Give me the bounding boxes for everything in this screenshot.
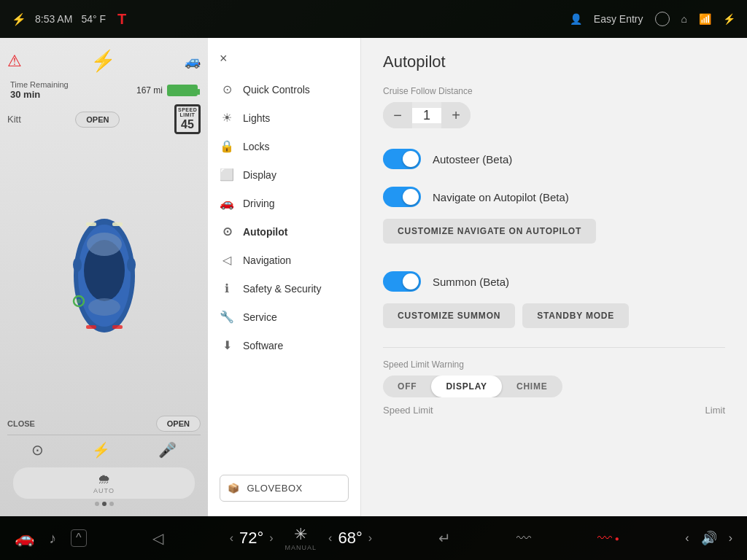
speed-warning-off-button[interactable]: OFF bbox=[383, 376, 431, 397]
temp-right-arrow2[interactable]: ‹ bbox=[328, 532, 332, 545]
battery-display: 167 mi bbox=[136, 85, 198, 96]
sidebar-item-autopilot[interactable]: ⊙ Autopilot bbox=[208, 217, 360, 246]
charge-icon-bottom[interactable]: ⚡ bbox=[92, 441, 110, 459]
sidebar-item-software[interactable]: ⬇ Software bbox=[208, 331, 360, 359]
home-icon[interactable]: ⌂ bbox=[681, 13, 687, 25]
sidebar-item-lights[interactable]: ☀ Lights bbox=[208, 104, 360, 132]
safety-label: Safety & Security bbox=[243, 283, 321, 295]
software-icon: ⬇ bbox=[220, 338, 234, 352]
dot-2 bbox=[102, 502, 107, 506]
wifi-icon: 📶 bbox=[699, 13, 711, 25]
charge-lightning-icon: ⚡ bbox=[90, 49, 116, 73]
driving-label: Driving bbox=[243, 198, 275, 209]
bottom-bar: 🚗 ♪ ^ ◁ ‹ 72° › ✳ MANUAL ‹ 68° › ↵ 〰 〰 ●… bbox=[0, 516, 747, 560]
cruise-distance-control: − 1 + bbox=[383, 102, 725, 128]
glovebox-button[interactable]: 📦 GLOVEBOX bbox=[220, 475, 349, 502]
autosteer-row: Autosteer (Beta) bbox=[383, 140, 725, 178]
customize-summon-button[interactable]: CUSTOMIZE SUMMON bbox=[383, 303, 515, 328]
left-panel: ⚠ ⚡ 🚙 Time Remaining 30 min 167 mi Kitt … bbox=[0, 38, 208, 516]
glovebox-label: GLOVEBOX bbox=[247, 483, 303, 494]
close-door-button[interactable]: CLOSE bbox=[7, 419, 35, 428]
speed-warning-display-button[interactable]: DISPLAY bbox=[431, 376, 502, 397]
navigate-autopilot-toggle[interactable] bbox=[383, 187, 421, 207]
temp-left-value: 72° bbox=[239, 529, 263, 548]
door-btn-row: CLOSE OPEN bbox=[7, 413, 201, 435]
navigation-bottom-icon[interactable]: ◁ bbox=[152, 529, 163, 547]
sidebar-item-service[interactable]: 🔧 Service bbox=[208, 303, 360, 331]
battery-miles: 167 mi bbox=[136, 85, 163, 96]
summon-label: Summon (Beta) bbox=[433, 276, 509, 288]
svg-point-6 bbox=[127, 257, 136, 272]
bottom-nav-icon: ◁ bbox=[152, 529, 163, 547]
cruise-stepper: − 1 + bbox=[383, 102, 471, 128]
rear-heat-icon[interactable]: 〰 bbox=[597, 530, 612, 547]
svg-rect-7 bbox=[86, 222, 96, 226]
camera-icon[interactable]: ⊙ bbox=[31, 441, 44, 459]
music-icon[interactable]: ♪ bbox=[49, 530, 56, 547]
dot-indicators bbox=[7, 502, 201, 509]
wiper-icon: 🌧 bbox=[25, 472, 183, 487]
svg-point-3 bbox=[87, 233, 122, 256]
customize-navigate-row: CUSTOMIZE NAVIGATE ON AUTOPILOT bbox=[383, 219, 725, 251]
vol-left-arrow[interactable]: ‹ bbox=[685, 532, 689, 545]
sidebar-item-quick-controls[interactable]: ⊙ Quick Controls bbox=[208, 75, 360, 104]
rear-heat-control: 〰 ● bbox=[597, 530, 619, 547]
dot-1 bbox=[95, 502, 99, 506]
sidebar-item-safety[interactable]: ℹ Safety & Security bbox=[208, 274, 360, 303]
close-button[interactable]: × bbox=[208, 45, 360, 75]
summon-toggle[interactable] bbox=[383, 271, 421, 292]
enter-icon[interactable]: ↵ bbox=[438, 529, 451, 547]
easy-entry-label[interactable]: Easy Entry bbox=[594, 13, 643, 25]
navigation-label: Navigation bbox=[243, 254, 291, 266]
charging-status-icon: ⚡ bbox=[12, 12, 26, 26]
glovebox-icon: 📦 bbox=[228, 483, 240, 494]
sidebar-item-driving[interactable]: 🚗 Driving bbox=[208, 189, 360, 217]
svg-point-4 bbox=[88, 298, 120, 316]
increase-distance-button[interactable]: + bbox=[441, 102, 471, 128]
car-bottom-icon[interactable]: 🚗 bbox=[15, 529, 34, 548]
customize-navigate-button[interactable]: CUSTOMIZE NAVIGATE ON AUTOPILOT bbox=[383, 219, 596, 244]
temp-left-arrow[interactable]: ‹ bbox=[230, 532, 233, 545]
speed-warning-chime-button[interactable]: CHIME bbox=[502, 376, 562, 397]
temp-right-arrow3[interactable]: › bbox=[368, 532, 372, 545]
svg-rect-9 bbox=[86, 325, 96, 329]
battery-bar bbox=[167, 85, 198, 96]
car-name-label: Kitt bbox=[7, 114, 21, 125]
cruise-section-label: Cruise Follow Distance bbox=[383, 86, 725, 96]
microphone-icon[interactable]: 🎤 bbox=[158, 441, 177, 459]
rear-heat-badge: ● bbox=[615, 534, 619, 542]
sidebar-item-navigation[interactable]: ◁ Navigation bbox=[208, 246, 360, 274]
kitt-row: Kitt OPEN SPEED LIMIT 45 bbox=[7, 104, 201, 134]
speed-limit-bottom-row: Speed Limit Limit bbox=[383, 397, 725, 423]
chevron-up-icon[interactable]: ^ bbox=[71, 529, 87, 547]
service-icon: 🔧 bbox=[220, 310, 234, 324]
decrease-distance-button[interactable]: − bbox=[383, 102, 412, 128]
autopilot-label: Autopilot bbox=[243, 226, 287, 238]
temp-right-arrow[interactable]: › bbox=[269, 532, 273, 545]
seat-heat-icon[interactable]: 〰 bbox=[516, 530, 531, 547]
trunk-open-button[interactable]: OPEN bbox=[75, 112, 120, 128]
dot-3 bbox=[109, 502, 114, 506]
navigation-icon: ◁ bbox=[220, 253, 234, 267]
autosteer-toggle[interactable] bbox=[383, 149, 421, 169]
driving-assist-icon: 🚙 bbox=[185, 53, 201, 69]
summon-row: Summon (Beta) bbox=[383, 262, 725, 300]
bottom-left-controls: 🚗 ♪ ^ bbox=[15, 529, 87, 548]
frunk-open-button[interactable]: OPEN bbox=[156, 416, 201, 432]
car-svg bbox=[64, 206, 144, 345]
sidebar-item-locks[interactable]: 🔒 Locks bbox=[208, 132, 360, 160]
standby-mode-button[interactable]: STANDBY MODE bbox=[522, 303, 629, 328]
wiper-button[interactable]: 🌧 AUTO bbox=[13, 467, 195, 499]
sidebar-item-display[interactable]: ⬜ Display bbox=[208, 160, 360, 189]
speed-warning-toggle-group: OFF DISPLAY CHIME bbox=[383, 376, 562, 397]
left-panel-top: ⚠ ⚡ 🚙 bbox=[7, 45, 201, 80]
vol-right-arrow[interactable]: › bbox=[729, 532, 732, 545]
quick-controls-icon: ⊙ bbox=[220, 82, 234, 96]
fan-icon[interactable]: ✳ bbox=[294, 525, 307, 544]
quick-controls-label: Quick Controls bbox=[243, 84, 310, 96]
temperature-controls: ‹ 72° › ✳ MANUAL ‹ 68° › bbox=[230, 525, 372, 551]
circle-icon bbox=[655, 12, 670, 26]
time-remaining-value: 30 min bbox=[10, 89, 69, 100]
settings-content: Autopilot Cruise Follow Distance − 1 + A… bbox=[361, 38, 747, 516]
wiper-control[interactable]: 🌧 AUTO bbox=[7, 464, 201, 502]
